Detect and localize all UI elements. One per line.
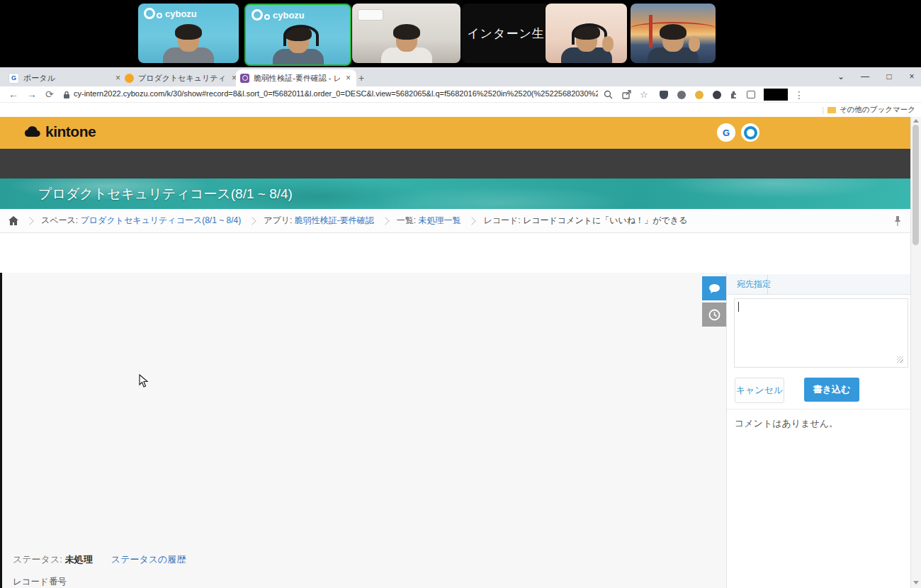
record-form: ステータス:未処理ステータスの履歴 レコード番号 8 製品 kintone 環境… bbox=[0, 273, 726, 588]
scrollbar-thumb[interactable] bbox=[912, 125, 919, 245]
breadcrumb: スペース: プロダクトセキュリティコース(8/1 ~ 8/4) アプリ: 脆弱性… bbox=[0, 209, 910, 233]
status-value: 未処理 bbox=[65, 554, 93, 565]
tab-favicon: G bbox=[9, 73, 19, 84]
maximize-button[interactable]: □ bbox=[878, 67, 900, 86]
cybozu-logo: cybozu bbox=[252, 9, 305, 21]
scroll-down-arrow[interactable] bbox=[913, 581, 919, 584]
participant-avatar bbox=[645, 28, 701, 63]
tab-favicon bbox=[240, 74, 249, 83]
field-label: レコード番号 bbox=[13, 576, 67, 588]
close-icon[interactable]: × bbox=[344, 73, 352, 83]
cybozu-app-icon[interactable] bbox=[741, 123, 759, 142]
back-icon[interactable]: ← bbox=[9, 88, 18, 101]
tab-title: ポータル bbox=[23, 73, 110, 84]
extension-icon[interactable] bbox=[713, 91, 721, 99]
zoom-icon[interactable] bbox=[604, 90, 613, 99]
lock-icon bbox=[63, 91, 70, 99]
breadcrumb-record-label: レコードコメントに「いいね！」ができる bbox=[523, 215, 687, 227]
participant-avatar bbox=[270, 29, 327, 66]
cancel-button[interactable]: キャンセル bbox=[735, 378, 784, 403]
kintone-cloud-icon bbox=[24, 126, 41, 137]
global-nav: 43 ★ ? </> bbox=[0, 149, 910, 179]
browser-tab-bar: G ポータル × プロダクトセキュリティコース(8/1 ~ 8/4 × 脆弱性検… bbox=[0, 67, 921, 86]
breadcrumb-space-link[interactable]: プロダクトセキュリティコース(8/1 ~ 8/4) bbox=[81, 215, 242, 227]
kintone-header: kintone G bbox=[0, 117, 910, 149]
profile-redacted[interactable] bbox=[764, 89, 788, 101]
change-history-tab[interactable] bbox=[702, 303, 726, 327]
garoon-app-icon[interactable]: G bbox=[717, 123, 735, 142]
scroll-up-arrow[interactable] bbox=[913, 119, 919, 123]
history-clock-icon bbox=[708, 309, 721, 321]
mouse-cursor bbox=[139, 374, 149, 388]
cybozu-logo: cybozu bbox=[144, 8, 197, 19]
plus-icon: + bbox=[358, 72, 364, 84]
browser-address-bar: ← → ⟳ cy-intern2022.cybozu.com/k/30/show… bbox=[0, 86, 921, 103]
comments-tab[interactable] bbox=[702, 276, 726, 300]
window-close-button[interactable]: × bbox=[901, 67, 921, 86]
reload-icon[interactable]: ⟳ bbox=[45, 88, 54, 101]
tab-space[interactable]: プロダクトセキュリティコース(8/1 ~ 8/4 × bbox=[120, 69, 242, 86]
share-page-icon[interactable] bbox=[622, 90, 631, 99]
tab-record-active[interactable]: 脆弱性検証-要件確認 - レコードコ × bbox=[236, 69, 356, 86]
video-tile[interactable] bbox=[352, 4, 460, 63]
pin-icon[interactable] bbox=[894, 215, 901, 227]
new-tab-button[interactable]: + bbox=[354, 69, 380, 86]
space-title[interactable]: プロダクトセキュリティコース(8/1 ~ 8/4) bbox=[38, 179, 293, 209]
chevron-right-icon bbox=[381, 217, 389, 225]
chevron-right-icon bbox=[26, 217, 33, 225]
tab-search-icon[interactable]: ⌄ bbox=[830, 67, 852, 86]
resize-handle[interactable] bbox=[897, 356, 903, 363]
breadcrumb-view-link[interactable]: 未処理一覧 bbox=[418, 215, 460, 227]
side-panel-icon[interactable] bbox=[747, 91, 755, 98]
extension-icon[interactable] bbox=[695, 91, 704, 99]
crumb-prefix: スペース: bbox=[41, 215, 78, 227]
participant-name: インターン生 bbox=[467, 26, 545, 42]
extension-shield-icon[interactable] bbox=[660, 91, 668, 99]
video-tile-name-only[interactable]: インターン生 bbox=[462, 4, 550, 63]
status-label: ステータス: bbox=[13, 554, 62, 565]
breadcrumb-app-link[interactable]: 脆弱性検証-要件確認 bbox=[295, 215, 374, 227]
status-row: ステータス:未処理ステータスの履歴 bbox=[13, 553, 186, 566]
no-comments-message: コメントはありません。 bbox=[735, 417, 838, 430]
chevron-right-icon bbox=[468, 217, 476, 225]
crumb-prefix: 一覧: bbox=[397, 215, 416, 227]
tab-portal[interactable]: G ポータル × bbox=[4, 69, 126, 86]
tab-favicon bbox=[125, 74, 134, 83]
video-strip: cybozu cybozu インターン生 bbox=[0, 0, 921, 67]
tab-title: 脆弱性検証-要件確認 - レコードコ bbox=[254, 73, 340, 84]
speech-bubble-icon bbox=[708, 283, 721, 294]
status-history-link[interactable]: ステータスの履歴 bbox=[111, 554, 186, 565]
record-toolbar: ○:検証が必要 X:検証は不要 現在の作業者を変更 試験仕様書を作成する 共有す… bbox=[0, 233, 910, 273]
crumb-prefix: アプリ: bbox=[264, 215, 292, 227]
extensions-puzzle-icon[interactable] bbox=[730, 90, 739, 99]
text-caret bbox=[738, 302, 739, 312]
participant-avatar bbox=[160, 28, 217, 63]
submit-comment-button[interactable]: 書き込む bbox=[804, 378, 859, 402]
screen: cybozu cybozu インターン生 G ポータル × bbox=[0, 0, 921, 588]
video-tile[interactable] bbox=[546, 4, 627, 63]
folder-icon bbox=[827, 107, 836, 113]
bookmark-star-icon[interactable]: ☆ bbox=[640, 89, 648, 101]
participant-avatar bbox=[378, 28, 435, 63]
divider bbox=[727, 409, 910, 409]
bookmarks-bar: | その他のブックマーク bbox=[0, 103, 921, 117]
kintone-logo[interactable]: kintone bbox=[24, 123, 96, 140]
crumb-prefix: レコード: bbox=[483, 215, 520, 227]
participant-avatar bbox=[558, 28, 615, 63]
forward-icon[interactable]: → bbox=[27, 88, 37, 101]
video-tile[interactable] bbox=[631, 4, 716, 63]
other-bookmarks[interactable]: | その他のブックマーク bbox=[822, 105, 915, 115]
url-text[interactable]: cy-intern2022.cybozu.com/k/30/show#recor… bbox=[74, 89, 598, 98]
recipient-select-link[interactable]: 宛先指定 bbox=[737, 278, 771, 290]
divider bbox=[767, 275, 768, 294]
space-banner: プロダクトセキュリティコース(8/1 ~ 8/4) bbox=[0, 179, 910, 209]
browser-menu-icon[interactable]: ⋮ bbox=[794, 89, 804, 101]
chevron-right-icon bbox=[249, 217, 256, 225]
video-tile-active-speaker[interactable]: cybozu bbox=[244, 4, 351, 66]
minimize-button[interactable]: — bbox=[854, 67, 876, 86]
video-tile[interactable]: cybozu bbox=[138, 4, 239, 63]
extension-icon[interactable] bbox=[677, 91, 686, 99]
comment-input[interactable] bbox=[734, 298, 908, 368]
home-icon[interactable] bbox=[9, 216, 18, 225]
tab-title: プロダクトセキュリティコース(8/1 ~ 8/4 bbox=[138, 73, 226, 84]
